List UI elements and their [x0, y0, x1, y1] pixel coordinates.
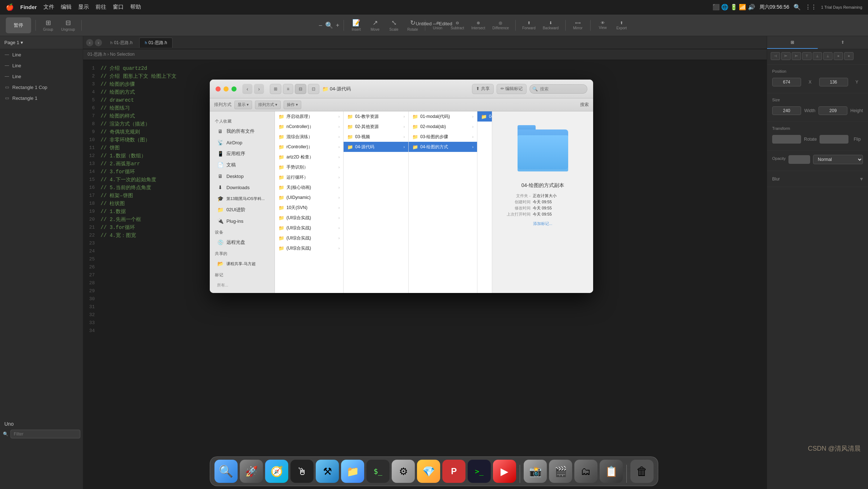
tab-01-silu-h-inactive[interactable]: h 01-思路.h: [105, 38, 138, 48]
dock-item-iterm[interactable]: >_: [468, 460, 491, 483]
apple-menu[interactable]: 🍎: [6, 3, 14, 11]
minimize-button[interactable]: [224, 86, 229, 92]
dock-item-safari[interactable]: 🧭: [265, 460, 288, 483]
toolbar-scale[interactable]: ⤡ Scale: [386, 17, 402, 33]
width-input[interactable]: [772, 106, 801, 115]
view-list-mode[interactable]: ≡: [283, 84, 293, 94]
blend-mode-select[interactable]: Normal: [813, 155, 863, 164]
menu-file[interactable]: 文件: [43, 4, 54, 10]
list-item-selected[interactable]: 📁 04-源代码 ›: [344, 142, 408, 152]
zoom-plus[interactable]: +: [336, 22, 339, 29]
dock-item-app3[interactable]: 🗂: [574, 460, 597, 483]
sidebar-item-all-files[interactable]: 🖥 我的所有文件: [212, 126, 272, 137]
rotate-input[interactable]: [772, 135, 801, 144]
y-input[interactable]: [819, 78, 848, 86]
list-item[interactable]: 📁 01-modal(代码) ›: [409, 111, 477, 122]
add-tag-link[interactable]: 添加标记...: [533, 221, 552, 226]
sidebar-item-remote-disc[interactable]: 💿 远程光盘: [212, 237, 272, 248]
list-item[interactable]: 📁 02-modal(sb) ›: [409, 122, 477, 132]
dock-item-app2[interactable]: 🎬: [549, 460, 572, 483]
menu-edit[interactable]: 编辑: [61, 4, 72, 10]
sort-dropdown[interactable]: 显示 ▾: [234, 101, 252, 109]
list-item[interactable]: 📁 (UI综合实战) ›: [275, 233, 343, 243]
toolbar-view[interactable]: 👁 View: [595, 17, 611, 33]
dock-item-syspreferences[interactable]: ⚙: [392, 460, 415, 483]
flip-input[interactable]: [820, 135, 848, 144]
share-btn[interactable]: ⬆ 共享: [472, 84, 493, 94]
menu-help[interactable]: 帮助: [130, 4, 141, 10]
dock-item-launchpad[interactable]: 🚀: [240, 460, 263, 483]
pause-button[interactable]: 暂停: [6, 17, 31, 33]
zoom-minus[interactable]: –: [319, 22, 322, 29]
nav-back[interactable]: ‹: [86, 39, 93, 46]
list-item[interactable]: 📁 03-绘图的步骤 ›: [409, 132, 477, 142]
toolbar-move[interactable]: ↗ Move: [367, 17, 383, 33]
arrange-dropdown[interactable]: 排列方式 ▾: [255, 101, 281, 109]
toolbar-difference[interactable]: ◎ Difference: [490, 17, 511, 33]
sidebar-item-airdrop[interactable]: 📡 AirDrop: [212, 137, 272, 148]
list-item[interactable]: 📁 手势识别） ›: [275, 162, 343, 172]
list-item[interactable]: 📁 01-教学资源 ›: [344, 111, 408, 122]
list-item[interactable]: 📁 artz2D 检查） ›: [275, 152, 343, 162]
align-center-v[interactable]: ⊥: [813, 52, 822, 60]
toolbar-intersect[interactable]: ⊗ Intersect: [469, 17, 487, 33]
sidebar-item-apps[interactable]: 📱 应用程序: [212, 148, 272, 159]
list-item-selected[interactable]: 📁 04-绘图的方式副本: [477, 111, 492, 122]
dock-item-files[interactable]: 📁: [341, 460, 364, 483]
list-item[interactable]: 📁 nController)） ›: [275, 122, 343, 132]
dock-item-xcode[interactable]: ⚒: [316, 460, 339, 483]
dock-item-mouse[interactable]: 🖱: [290, 460, 314, 483]
menu-view[interactable]: 显示: [78, 4, 89, 10]
sidebar-item-tag-red[interactable]: 红色: [212, 291, 272, 293]
align-center-h[interactable]: ⊢: [781, 52, 791, 60]
toolbar-forward[interactable]: ⬆ Forward: [520, 17, 538, 33]
sidebar-item-tag-all[interactable]: 所有...: [212, 280, 272, 290]
align-right[interactable]: ⊢: [792, 52, 801, 60]
close-button[interactable]: [216, 86, 221, 92]
list-item[interactable]: 📁 02-其他资源 ›: [344, 122, 408, 132]
toolbar-backward[interactable]: ⬇ Backward: [541, 17, 561, 33]
align-left[interactable]: ⊣: [771, 52, 780, 60]
sidebar-item-docs[interactable]: 📄 文稿: [212, 160, 272, 170]
list-item[interactable]: — Line: [0, 49, 83, 60]
menu-finder[interactable]: Finder: [20, 4, 37, 10]
dock-item-capture[interactable]: ▶: [493, 460, 516, 483]
list-item[interactable]: 📁 03-视频 ›: [344, 132, 408, 142]
list-item[interactable]: 📁 天(核心动画) ›: [275, 182, 343, 192]
list-item[interactable]: 📁 (UI综合实战) ›: [275, 223, 343, 233]
toolbar-ungroup[interactable]: ⊟ Ungroup: [59, 17, 77, 33]
sidebar-item-heima[interactable]: 🎓 第13期黑马iOS学科...: [212, 193, 272, 204]
blur-toggle[interactable]: ▾: [860, 175, 863, 182]
filter-input[interactable]: [10, 430, 80, 438]
tab-export[interactable]: ⬆: [818, 36, 868, 49]
distribute-h[interactable]: ≡: [834, 52, 843, 60]
list-item[interactable]: 📁 10天(SVN) ›: [275, 203, 343, 213]
maximize-button[interactable]: [231, 86, 237, 92]
list-item[interactable]: 📁 (UI综合实战) ›: [275, 213, 343, 223]
dock-item-finder[interactable]: 🔍: [214, 460, 238, 483]
nav-forward[interactable]: ›: [95, 39, 102, 46]
tab-01-silu-h-active[interactable]: h 01-思路.h: [139, 38, 172, 48]
menubar-grid[interactable]: ⋮⋮: [805, 4, 817, 10]
dock-item-pocket[interactable]: P: [442, 460, 465, 483]
list-item[interactable]: ▭ Rectangle 1 Cop: [0, 82, 83, 93]
dock-item-app1[interactable]: 📸: [524, 460, 547, 483]
nav-forward-btn[interactable]: ›: [254, 84, 264, 94]
page-selector[interactable]: Page 1 ▾: [4, 40, 23, 45]
sidebar-item-desktop[interactable]: 🖥 Desktop: [212, 171, 272, 182]
view-cover-mode[interactable]: ⊡: [308, 84, 319, 94]
toolbar-export[interactable]: ⬆ Export: [614, 17, 630, 33]
dock-item-app4[interactable]: 📋: [600, 460, 623, 483]
sidebar-item-shared-course[interactable]: 📂 课程共享-马方超: [212, 258, 272, 269]
list-item[interactable]: 📁 序启动原理） ›: [275, 111, 343, 122]
align-top[interactable]: ⊤: [802, 52, 812, 60]
list-item[interactable]: 📁 (UI综合实战) ›: [275, 243, 343, 253]
edit-btn[interactable]: ✏ 编辑标记: [497, 84, 527, 94]
height-input[interactable]: [818, 106, 847, 115]
list-item[interactable]: 📁 rController)） ›: [275, 142, 343, 152]
sidebar-item-downloads[interactable]: ⬇ Downloads: [212, 182, 272, 193]
view-icon-mode[interactable]: ⊞: [270, 84, 281, 94]
toolbar-group[interactable]: ⊞ Group: [40, 17, 56, 33]
x-input[interactable]: [772, 78, 801, 86]
dock-item-terminal[interactable]: $_: [366, 460, 390, 483]
